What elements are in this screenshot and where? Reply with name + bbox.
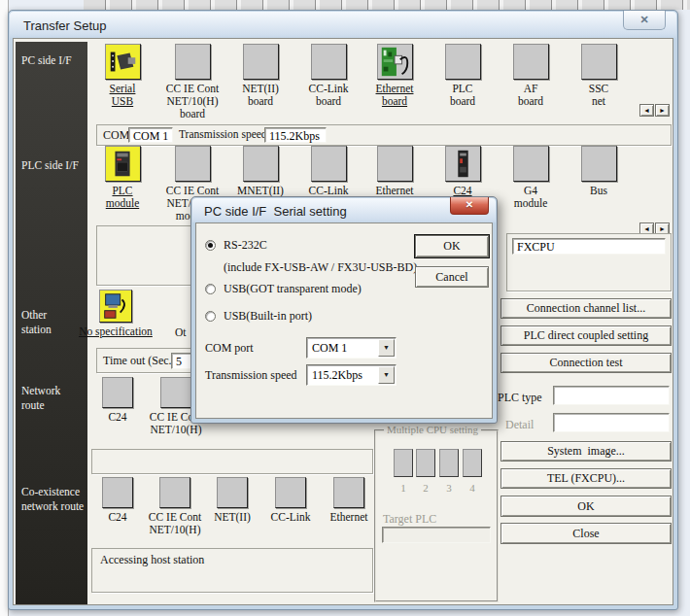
plc-type-field [553, 386, 670, 405]
background-app-toolbar [84, 0, 690, 10]
cpu-type-panel: FXCPU [506, 233, 672, 291]
board-icon [513, 44, 549, 80]
pc-if-label: Serial USB [86, 83, 158, 108]
pc-if-label: Ethernet board [359, 83, 431, 108]
titlebar[interactable]: Transfer Setup [10, 12, 676, 38]
detail-label: Detail [505, 418, 534, 432]
transmission-speed-label: Transmission speed [205, 368, 297, 383]
window-title: Transfer Setup [23, 18, 107, 33]
pc-if-label: SSC net [563, 83, 635, 108]
pc-if-cclink-board[interactable]: CC-Link board [293, 44, 364, 108]
ok-button[interactable]: OK [500, 496, 672, 517]
rs232c-radio[interactable] [205, 240, 216, 251]
section-label-coexistence: Co-existence network route [21, 485, 87, 514]
transmission-speed-field: 115.2Kbps [264, 127, 327, 143]
include-note: (include FX-USB-AW / FX3U-USB-BD) [224, 260, 417, 275]
cpu-slot-number: 1 [394, 482, 413, 494]
no-specification-label: No specification [71, 325, 160, 338]
chevron-down-icon[interactable]: ▼ [378, 339, 395, 357]
com-port-select[interactable]: COM 1 ▼ [306, 337, 397, 359]
plc-if-plc-module[interactable]: PLC module [86, 146, 158, 210]
close-icon[interactable]: ✕ [623, 11, 666, 30]
other-station-partial-label[interactable]: Ot [175, 326, 187, 338]
pc-if-plc-board[interactable]: PLC board [427, 44, 499, 108]
module-icon [513, 146, 549, 182]
usb-got-radio-label[interactable]: USB(GOT transparent mode) [224, 282, 362, 296]
module-icon [102, 477, 133, 508]
module-icon [160, 377, 191, 408]
pc-if-label: CC IE Cont NET/10(H) board [156, 83, 228, 120]
board-icon [445, 44, 481, 80]
detail-field [553, 413, 670, 432]
board-icon [311, 44, 347, 80]
com-value-field: COM 1 [128, 127, 173, 143]
pc-if-ethernet-board[interactable]: Ethernet board [359, 44, 431, 108]
pc-if-af-board[interactable]: AF board [495, 44, 567, 108]
plc-direct-coupled-button[interactable]: PLC direct coupled setting [500, 325, 672, 346]
cpu-slot-1 [394, 449, 413, 477]
target-plc-label: Target PLC [383, 512, 436, 527]
close-button[interactable]: Close [500, 523, 672, 544]
module-icon [102, 377, 133, 408]
chevron-down-icon[interactable]: ▼ [378, 366, 395, 384]
module-icon [581, 146, 617, 182]
multiple-cpu-title: Multiple CPU setting [384, 424, 481, 435]
cpu-type-field: FXCPU [512, 238, 666, 255]
plc-if-bus[interactable]: Bus [563, 146, 635, 197]
ethernet-board-icon [377, 44, 413, 80]
transmission-speed-select[interactable]: 115.2Kbps ▼ [306, 364, 397, 386]
close-icon[interactable]: ✕ [450, 197, 489, 215]
section-label-network-route: Network route [21, 384, 87, 413]
tel-fxcpu-button[interactable]: TEL (FXCPU)... [500, 468, 672, 489]
pc-if-cc-ie-cont-board[interactable]: CC IE Cont NET/10(H) board [156, 44, 228, 120]
com-label: COM [103, 128, 129, 143]
plc-if-label: Bus [563, 185, 635, 197]
pc-if-label: AF board [495, 83, 567, 108]
cpu-slot-2 [416, 449, 435, 477]
modal-client-area: RS-232C (include FX-USB-AW / FX3U-USB-BD… [195, 222, 493, 419]
module-icon [275, 477, 306, 508]
pc-if-label: PLC board [427, 83, 499, 108]
modal-cancel-button[interactable]: Cancel [415, 266, 489, 288]
modal-ok-button[interactable]: OK [415, 235, 489, 257]
usb-builtin-radio-label[interactable]: USB(Built-in port) [224, 309, 312, 324]
module-icon [159, 477, 190, 508]
pc-if-net2-board[interactable]: NET(II) board [224, 44, 296, 108]
cpu-slot-number: 2 [416, 482, 435, 494]
pc-if-label: CC-Link board [293, 83, 364, 108]
pc-if-serial-usb[interactable]: Serial USB [86, 44, 158, 108]
rs232c-radio-label[interactable]: RS-232C [224, 238, 267, 253]
plc-type-label: PLC type [498, 391, 542, 405]
usb-builtin-radio[interactable] [205, 311, 216, 322]
pc-side-serial-setting-dialog: PC side I/F Serial setting ✕ RS-232C (in… [190, 196, 498, 424]
pc-if-ssc-net[interactable]: SSC net [563, 44, 635, 108]
section-label-pc-side: PC side I/F [21, 53, 87, 68]
scroll-right-icon[interactable]: ► [655, 104, 670, 117]
no-specification-icon [99, 290, 132, 323]
other-station-no-specification[interactable]: No specification [71, 290, 160, 338]
module-icon [175, 146, 211, 182]
plc-if-g4-module[interactable]: G4 module [495, 146, 567, 210]
plc-if-c24[interactable]: C24 [427, 146, 499, 197]
cpu-slot-number: 3 [439, 482, 459, 494]
com-settings-bar: COM COM 1 Transmission speed 115.2Kbps [96, 124, 672, 146]
serial-usb-icon [105, 44, 141, 80]
pc-if-label: NET(II) board [224, 83, 296, 108]
transmission-speed-value: 115.2Kbps [312, 368, 362, 383]
board-icon [243, 44, 279, 80]
module-icon [311, 146, 347, 182]
usb-got-radio[interactable] [205, 284, 216, 294]
c24-icon [445, 146, 481, 182]
connection-test-button[interactable]: Connection test [500, 353, 672, 373]
multiple-cpu-group: Multiple CPU setting 1 2 3 4 Target PLC [374, 429, 499, 602]
cpu-slot-4 [463, 449, 482, 477]
connection-channel-list-button[interactable]: Connection channel list... [500, 298, 672, 319]
plc-if-label: PLC module [86, 185, 158, 210]
scroll-left-icon[interactable]: ◄ [639, 104, 654, 117]
com-port-label: COM port [205, 341, 254, 356]
module-icon [217, 477, 248, 508]
system-image-button[interactable]: System image... [500, 441, 672, 462]
desktop-background: Transfer Setup ✕ PC side I/F PLC side I/… [0, 0, 690, 616]
module-icon [333, 477, 364, 508]
com-port-value: COM 1 [312, 341, 347, 356]
